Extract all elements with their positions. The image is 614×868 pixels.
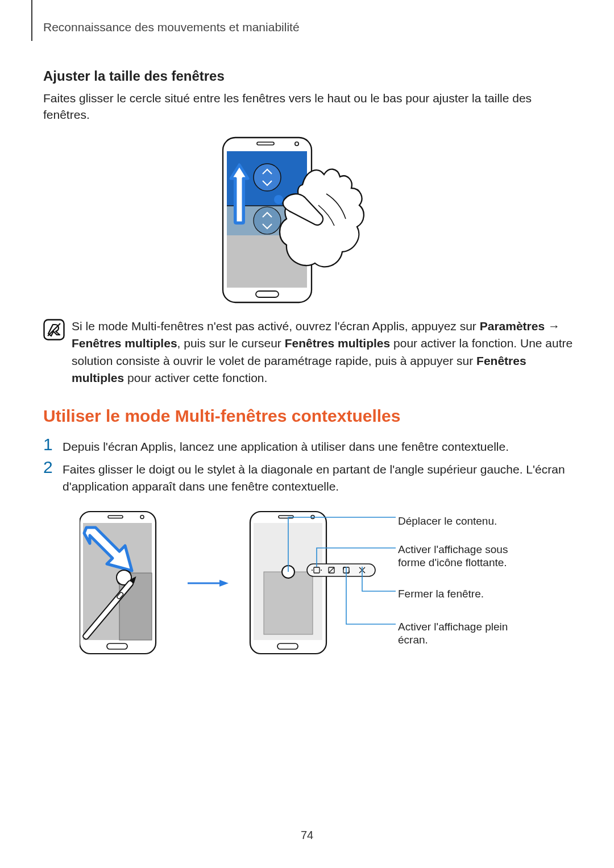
note-icon	[43, 319, 65, 340]
callout-fullscreen: Activer l'affichage plein écran.	[398, 621, 534, 647]
heading-popup-multiwindow: Utiliser le mode Multi-fenêtres contextu…	[43, 406, 573, 426]
subheading-adjust-windows: Ajuster la taille des fenêtres	[43, 68, 573, 84]
step-text-1: Depuis l'écran Applis, lancez une applic…	[63, 436, 573, 455]
note-text-2: →	[545, 319, 560, 333]
callout-floating-icon: Activer l'affichage sous forme d'icône f…	[398, 543, 534, 570]
note-bold-fenetres-multiples-2: Fenêtres multiples	[285, 337, 391, 350]
figure-resize-windows	[43, 135, 573, 305]
svg-point-13	[274, 195, 283, 204]
svg-rect-34	[264, 572, 313, 634]
note-text-5: pour activer cette fonction.	[124, 371, 267, 384]
page-header: Reconnaissance des mouvements et maniabi…	[43, 0, 573, 34]
note-bold-fenetres-multiples-1: Fenêtres multiples	[72, 337, 177, 350]
step-number-1: 1	[43, 436, 63, 455]
svg-point-9	[254, 164, 281, 191]
svg-marker-28	[219, 580, 229, 587]
page-number: 74	[0, 829, 614, 842]
step-number-2: 2	[43, 459, 63, 496]
svg-rect-36	[307, 564, 375, 576]
note-text-3: , puis sur le curseur	[177, 337, 285, 350]
figure-popup-window: Déplacer le contenu. Activer l'affichage…	[80, 508, 573, 667]
svg-point-10	[254, 207, 281, 234]
para-adjust-windows: Faites glisser le cercle situé entre les…	[43, 90, 573, 123]
note-multi-window: Si le mode Multi-fenêtres n'est pas acti…	[72, 318, 573, 387]
step-text-2: Faites glisser le doigt ou le stylet à l…	[63, 459, 573, 496]
callout-move-content: Déplacer le contenu.	[398, 515, 497, 528]
note-bold-parametres: Paramètres	[480, 319, 545, 333]
note-text-1: Si le mode Multi-fenêtres n'est pas acti…	[72, 319, 480, 333]
callout-close-window: Fermer la fenêtre.	[398, 588, 484, 601]
